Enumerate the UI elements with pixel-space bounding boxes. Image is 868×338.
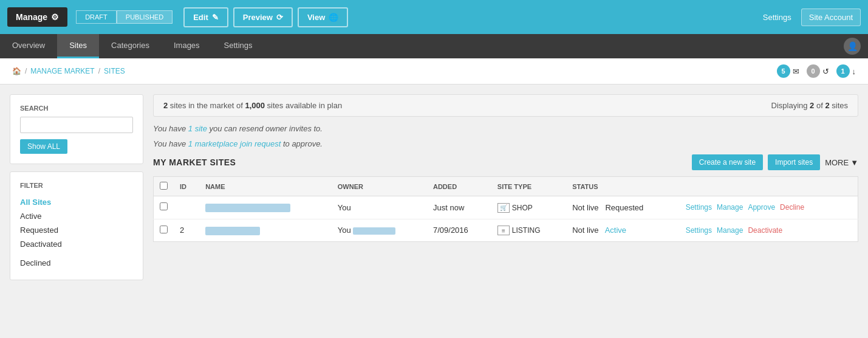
row2-added-cell: 7/09/2016: [427, 219, 491, 242]
nav-tabs-left: Overview Sites Categories Images Setting…: [0, 34, 265, 58]
mail-notification[interactable]: 5 ✉: [777, 64, 799, 78]
row2-id-cell: 2: [174, 219, 199, 242]
tab-overview-label: Overview: [12, 41, 45, 50]
view-button[interactable]: View 🌐: [298, 7, 348, 27]
select-all-checkbox[interactable]: [160, 182, 168, 190]
sidebar: SEARCH Show ALL FILTER All Sites Active …: [10, 94, 143, 288]
row1-checkbox[interactable]: [160, 202, 168, 210]
row1-settings-link[interactable]: Settings: [686, 203, 712, 212]
tab-categories-label: Categories: [111, 41, 149, 50]
row2-manage-link[interactable]: Manage: [717, 226, 743, 235]
search-section: SEARCH Show ALL: [10, 94, 143, 164]
settings-link[interactable]: Settings: [763, 13, 791, 22]
home-icon: 🏠: [12, 67, 21, 75]
row2-owner-detail-blurred: [353, 227, 395, 235]
globe-icon: 🌐: [329, 13, 338, 22]
more-label: MORE: [825, 158, 849, 167]
user-avatar-icon[interactable]: 👤: [844, 38, 861, 55]
row2-status-cell: Not live Active: [566, 219, 679, 242]
th-site-type: SITE TYPE: [491, 177, 566, 196]
filter-active[interactable]: Active: [20, 209, 133, 223]
edit-label: Edit: [193, 13, 208, 22]
tab-sites-label: Sites: [69, 41, 87, 50]
download-notification[interactable]: 1 ↓: [836, 64, 856, 78]
home-link[interactable]: 🏠: [12, 67, 21, 75]
top-bar: Manage ⚙ DRAFT PUBLISHED Edit ✎ Preview …: [0, 0, 868, 34]
notice-1-text: You have 1 site you can resend owner inv…: [153, 124, 323, 133]
th-owner: OWNER: [332, 177, 427, 196]
join-request-link[interactable]: 1 marketplace join request: [188, 139, 281, 148]
preview-button[interactable]: Preview ⟳: [233, 7, 293, 27]
sites-breadcrumb-label: SITES: [104, 67, 125, 75]
row1-actions: Settings Manage Approve Decline: [686, 203, 852, 212]
row1-id-cell: [174, 196, 199, 219]
top-bar-left: Manage ⚙ DRAFT PUBLISHED Edit ✎ Preview …: [7, 7, 348, 27]
tab-images[interactable]: Images: [162, 34, 212, 58]
row2-type-label: LISTING: [512, 226, 541, 235]
preview-icon: ⟳: [276, 13, 283, 22]
sync-count: 0: [807, 64, 820, 78]
site-account-button[interactable]: Site Account: [801, 9, 861, 26]
main-content: SEARCH Show ALL FILTER All Sites Active …: [0, 84, 868, 297]
draft-label: DRAFT: [85, 13, 108, 21]
filter-label: FILTER: [20, 182, 133, 189]
row1-approve-link[interactable]: Approve: [748, 203, 775, 212]
tab-sites[interactable]: Sites: [57, 34, 99, 58]
row2-checkbox-cell: [154, 219, 174, 242]
tab-settings[interactable]: Settings: [212, 34, 265, 58]
sites-count-text: 2 sites in the market of 1,000 sites ava…: [163, 101, 342, 110]
search-input[interactable]: [20, 117, 133, 133]
draft-segment[interactable]: DRAFT: [76, 10, 117, 24]
sync-notification[interactable]: 0 ↺: [807, 64, 829, 78]
display-of: 2: [810, 101, 814, 110]
show-all-button[interactable]: Show ALL: [20, 139, 67, 154]
resend-invite-link[interactable]: 1 site: [188, 124, 207, 133]
listing-icon: ≡: [497, 226, 510, 235]
published-segment[interactable]: PUBLISHED: [117, 10, 173, 24]
filter-deactivated[interactable]: Deactivated: [20, 237, 133, 251]
th-name: NAME: [199, 177, 332, 196]
row1-added-cell: Just now: [427, 196, 491, 219]
edit-button[interactable]: Edit ✎: [183, 7, 228, 27]
row1-actions-cell: Settings Manage Approve Decline: [680, 196, 858, 219]
import-sites-button[interactable]: Import sites: [768, 154, 820, 170]
row1-site-type: 🛒 SHOP: [497, 203, 533, 213]
filter-requested[interactable]: Requested: [20, 223, 133, 237]
row2-site-type-cell: ≡ LISTING: [491, 219, 566, 242]
row2-actions-cell: Settings Manage Deactivate: [680, 219, 858, 242]
more-button[interactable]: MORE ▼: [825, 158, 858, 167]
mail-icon: ✉: [793, 67, 799, 76]
right-panel: 2 sites in the market of 1,000 sites ava…: [153, 94, 858, 288]
row2-actions: Settings Manage Deactivate: [686, 226, 852, 235]
row1-checkbox-cell: [154, 196, 174, 219]
row1-status-label: Requested: [605, 203, 643, 212]
tab-settings-label: Settings: [224, 41, 253, 50]
draft-published-toggle: DRAFT PUBLISHED: [76, 10, 173, 24]
sync-icon: ↺: [822, 67, 829, 76]
tab-overview[interactable]: Overview: [0, 34, 57, 58]
create-site-button[interactable]: Create a new site: [692, 154, 763, 170]
row1-manage-link[interactable]: Manage: [717, 203, 743, 212]
breadcrumb-sep-2: /: [98, 67, 100, 75]
row2-deactivate-link[interactable]: Deactivate: [748, 226, 782, 235]
row1-owner-cell: You: [332, 196, 427, 219]
tab-categories[interactable]: Categories: [99, 34, 162, 58]
manage-market-link[interactable]: MANAGE MARKET: [30, 67, 94, 75]
row2-checkbox[interactable]: [160, 226, 168, 233]
filter-declined[interactable]: Declined: [20, 256, 133, 270]
row2-name-cell: [199, 219, 332, 242]
manage-button[interactable]: Manage ⚙: [7, 7, 67, 27]
row1-name-blurred: [205, 204, 290, 212]
row1-name-cell: [199, 196, 332, 219]
sites-table: ID NAME OWNER ADDED SITE TYPE STATUS: [153, 176, 858, 242]
gear-icon: ⚙: [51, 12, 59, 22]
section-title: MY MARKET SITES: [153, 157, 236, 167]
breadcrumb-sep-1: /: [25, 67, 27, 75]
row2-settings-link[interactable]: Settings: [686, 226, 712, 235]
th-status: STATUS: [566, 177, 679, 196]
table-row: You Just now 🛒 SHOP Not live Requested: [154, 196, 858, 219]
row2-status-label: Active: [605, 226, 626, 235]
row1-decline-link[interactable]: Decline: [780, 203, 804, 212]
tab-images-label: Images: [174, 41, 200, 50]
filter-all-sites[interactable]: All Sites: [20, 195, 133, 209]
